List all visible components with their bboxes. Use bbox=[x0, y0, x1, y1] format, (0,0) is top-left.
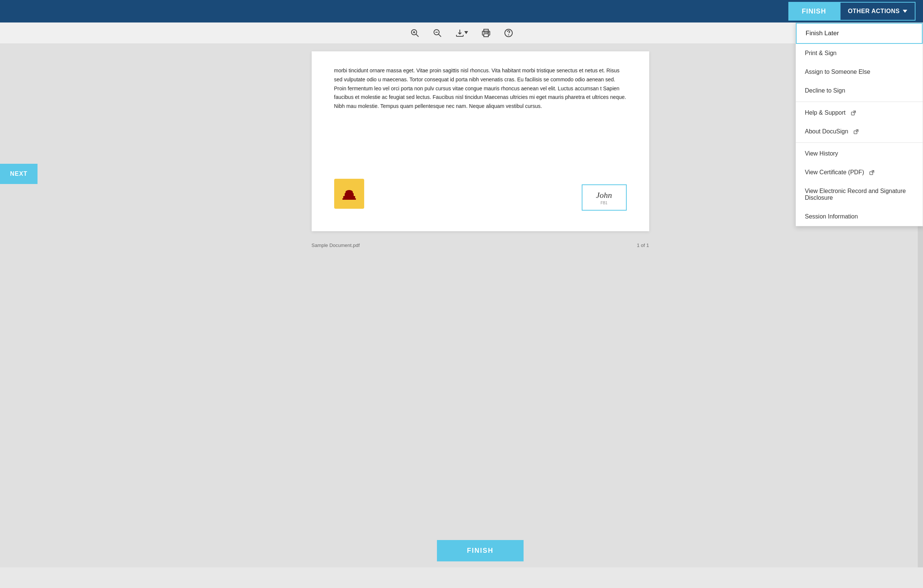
other-actions-button[interactable]: OTHER ACTIONS bbox=[840, 2, 915, 21]
dropdown-item-8[interactable]: View Electronic Record and Signature Dis… bbox=[796, 182, 923, 207]
signature-area[interactable]: John FB1 bbox=[582, 184, 627, 211]
document-page: morbi tincidunt ornare massa eget. Vitae… bbox=[312, 51, 649, 231]
svg-marker-10 bbox=[464, 31, 468, 34]
dropdown-item-0[interactable]: Finish Later bbox=[796, 23, 923, 44]
document-footer: Sample Document.pdf 1 of 1 bbox=[312, 239, 649, 252]
doc-id-text: FB1 bbox=[601, 201, 607, 205]
svg-rect-19 bbox=[342, 198, 356, 200]
svg-line-8 bbox=[439, 34, 441, 37]
print-button[interactable] bbox=[479, 27, 494, 39]
finish-button[interactable]: FINISH bbox=[788, 2, 840, 21]
dropdown-item-5[interactable]: About DocuSign bbox=[796, 122, 923, 141]
document-text: morbi tincidunt ornare massa eget. Vitae… bbox=[334, 66, 627, 111]
dropdown-item-3[interactable]: Decline to Sign bbox=[796, 81, 923, 100]
dropdown-item-7[interactable]: View Certificate (PDF) bbox=[796, 163, 923, 182]
dropdown-item-4[interactable]: Help & Support bbox=[796, 103, 923, 122]
dropdown-menu: Finish LaterPrint & SignAssign to Someon… bbox=[795, 23, 923, 226]
other-actions-label: OTHER ACTIONS bbox=[848, 8, 900, 15]
help-button[interactable] bbox=[501, 27, 516, 39]
document-container: morbi tincidunt ornare massa eget. Vitae… bbox=[38, 44, 923, 567]
svg-point-18 bbox=[345, 190, 353, 195]
zoom-out-button[interactable] bbox=[430, 27, 445, 39]
signature-text: John bbox=[596, 190, 612, 200]
dropdown-item-9[interactable]: Session Information bbox=[796, 207, 923, 226]
finish-bottom-button[interactable]: FINISH bbox=[437, 540, 524, 562]
filename-text: Sample Document.pdf bbox=[312, 242, 360, 248]
stamp-icon bbox=[334, 179, 364, 209]
download-button[interactable] bbox=[452, 27, 471, 39]
zoom-in-button[interactable] bbox=[407, 27, 422, 39]
dropdown-divider-3 bbox=[796, 102, 923, 102]
svg-rect-12 bbox=[484, 34, 488, 37]
chevron-down-icon bbox=[903, 10, 907, 13]
stamp-area[interactable] bbox=[334, 179, 364, 209]
dropdown-item-2[interactable]: Assign to Someone Else bbox=[796, 62, 923, 81]
svg-point-13 bbox=[488, 32, 489, 33]
main-area: NEXT morbi tincidunt ornare massa eget. … bbox=[0, 44, 923, 567]
dropdown-divider-5 bbox=[796, 142, 923, 143]
top-bar-actions: FINISH OTHER ACTIONS bbox=[788, 2, 915, 21]
dropdown-item-1[interactable]: Print & Sign bbox=[796, 44, 923, 62]
svg-line-4 bbox=[416, 34, 419, 37]
page-info-text: 1 of 1 bbox=[637, 242, 649, 248]
top-bar: FINISH OTHER ACTIONS Finish LaterPrint &… bbox=[0, 0, 923, 23]
svg-point-15 bbox=[508, 35, 509, 35]
next-button[interactable]: NEXT bbox=[0, 164, 38, 184]
dropdown-item-6[interactable]: View History bbox=[796, 144, 923, 163]
toolbar bbox=[0, 23, 923, 44]
bottom-bar: FINISH bbox=[38, 534, 923, 567]
